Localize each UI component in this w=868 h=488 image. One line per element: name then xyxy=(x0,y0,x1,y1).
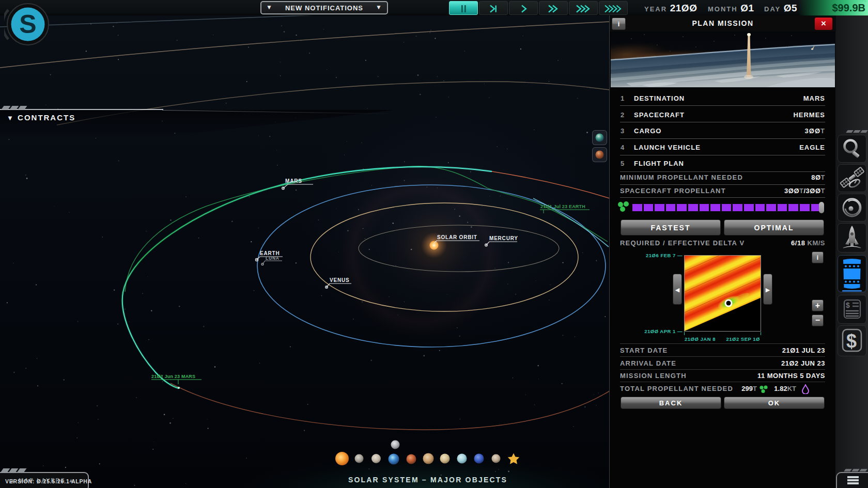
svg-text:MERCURY: MERCURY xyxy=(489,235,518,241)
svg-text:21Ø1 Jul 23 EARTH: 21Ø1 Jul 23 EARTH xyxy=(540,204,585,209)
svg-text:LUNA: LUNA xyxy=(266,256,280,261)
svg-text:MARS: MARS xyxy=(285,178,302,184)
svg-text:$: $ xyxy=(846,301,850,309)
svg-text:21Ø2 Jun 23 MARS: 21Ø2 Jun 23 MARS xyxy=(151,374,195,379)
svg-text:SOLAR ORBIT: SOLAR ORBIT xyxy=(437,234,477,240)
svg-text:VENUS: VENUS xyxy=(330,277,349,283)
svg-text:S: S xyxy=(19,10,36,39)
svg-text:$: $ xyxy=(846,330,857,352)
